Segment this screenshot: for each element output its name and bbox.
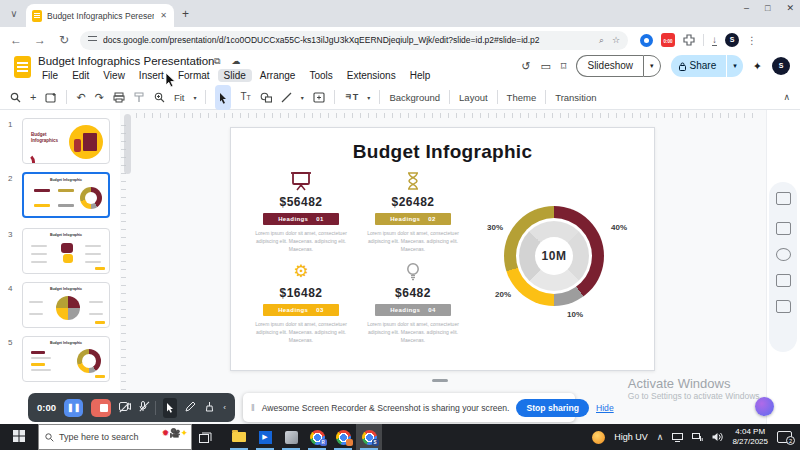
chrome-window-1-button[interactable]: R xyxy=(304,424,330,450)
back-icon[interactable]: ← xyxy=(8,33,24,47)
forward-icon[interactable]: → xyxy=(32,33,48,47)
menu-edit[interactable]: Edit xyxy=(66,69,95,82)
comment-icon[interactable]: ▭ xyxy=(540,60,550,73)
menu-format[interactable]: Format xyxy=(172,69,216,82)
weather-label[interactable]: High UV xyxy=(614,432,648,442)
minimize-icon[interactable]: – xyxy=(744,3,749,13)
info-item-4[interactable]: $6482 Headings04 Lorem ipsum dolor sit a… xyxy=(351,261,475,344)
screen-recorder-extension-icon[interactable]: 0:00 xyxy=(661,33,675,47)
paint-format-icon[interactable] xyxy=(134,85,145,110)
text-align-icon[interactable]: ᆿT xyxy=(344,85,359,110)
slide-thumbnail-2[interactable]: Budget Infographic xyxy=(22,172,110,218)
chrome-active-window-button[interactable]: S xyxy=(356,424,382,450)
select-tool-icon[interactable] xyxy=(215,85,231,110)
download-icon[interactable]: ↓ xyxy=(712,35,717,46)
close-icon[interactable]: ✕ xyxy=(786,3,794,13)
app-button[interactable] xyxy=(278,424,304,450)
menu-help[interactable]: Help xyxy=(404,69,437,82)
tray-expand-icon[interactable]: ∧ xyxy=(657,432,664,442)
print-icon[interactable] xyxy=(113,85,125,110)
menu-extensions[interactable]: Extensions xyxy=(341,69,402,82)
browser-avatar[interactable]: S xyxy=(725,33,739,47)
slide-thumbnail-1[interactable]: Budget Infographics xyxy=(22,118,110,164)
chrome-window-2-button[interactable] xyxy=(330,424,356,450)
background-button[interactable]: Background xyxy=(389,92,440,103)
tray-display-icon[interactable] xyxy=(672,433,683,442)
zoom-select[interactable]: Fit xyxy=(174,92,185,103)
recorder-floating-bubble[interactable] xyxy=(755,397,774,416)
share-button[interactable]: Share xyxy=(671,55,727,77)
shapes-icon[interactable] xyxy=(260,85,272,110)
weather-icon[interactable] xyxy=(592,431,605,444)
line-tool-icon[interactable] xyxy=(281,85,292,110)
menu-view[interactable]: View xyxy=(97,69,131,82)
meet-camera-icon[interactable]: ⌑ xyxy=(561,60,567,73)
zoom-plus-icon[interactable]: + xyxy=(30,85,36,110)
slide-title[interactable]: Budget Infographic xyxy=(231,141,654,163)
tasks-icon[interactable] xyxy=(776,248,791,261)
taskbar-clock[interactable]: 4:04 PM 8/27/2025 xyxy=(732,427,768,448)
movies-tv-button[interactable]: ▶ xyxy=(252,424,278,450)
align-dropdown-icon[interactable]: ▾ xyxy=(367,94,370,101)
more-menu-icon[interactable]: ⋮ xyxy=(747,35,757,46)
site-info-icon[interactable] xyxy=(88,36,97,44)
search-icon[interactable]: ⌕ xyxy=(599,35,604,46)
document-title[interactable]: Budget Infographics Peresentation xyxy=(38,55,214,67)
keep-icon[interactable] xyxy=(776,222,791,235)
extension-icon-blue[interactable] xyxy=(640,34,653,47)
stop-sharing-button[interactable]: Stop sharing xyxy=(516,399,589,417)
star-doc-icon[interactable]: ☆ xyxy=(195,56,203,67)
maximize-icon[interactable]: □ xyxy=(765,3,770,13)
info-item-2[interactable]: $26482 Headings02 Lorem ipsum dolor sit … xyxy=(351,170,475,253)
folder-icon[interactable] xyxy=(776,300,791,313)
slideshow-dropdown-icon[interactable]: ▾ xyxy=(643,55,661,77)
transition-button[interactable]: Transition xyxy=(555,92,596,103)
info-item-3[interactable]: ⚙ $16482 Headings03 Lorem ipsum dolor si… xyxy=(239,261,363,344)
brush-tool-icon[interactable] xyxy=(204,401,215,414)
toolbar-collapse-icon[interactable]: ∧ xyxy=(783,92,790,102)
slide-thumbnail-4[interactable]: Budget Infographic xyxy=(22,282,110,328)
new-tab-button[interactable]: + xyxy=(182,7,189,21)
redo-icon[interactable]: ↷ xyxy=(95,85,104,110)
account-avatar[interactable]: S xyxy=(772,57,790,75)
slide-thumbnail-3[interactable]: Budget Infographic xyxy=(22,228,110,274)
gemini-sparkle-icon[interactable]: ✦ xyxy=(753,60,762,73)
mic-off-icon[interactable] xyxy=(139,401,147,414)
slide-thumbnail-5[interactable]: Budget Infographic xyxy=(22,336,110,382)
cursor-tool-icon[interactable] xyxy=(163,398,177,418)
hide-link[interactable]: Hide xyxy=(596,403,614,413)
text-box-icon[interactable]: TT xyxy=(240,84,250,110)
tray-network-icon[interactable] xyxy=(692,433,703,442)
speaker-notes-handle[interactable] xyxy=(432,379,448,382)
tab-search-icon[interactable]: ∨ xyxy=(6,6,22,22)
slides-logo[interactable] xyxy=(14,56,31,78)
share-dropdown-icon[interactable]: ▾ xyxy=(727,55,743,77)
reload-icon[interactable]: ↻ xyxy=(56,33,72,47)
undo-icon[interactable]: ↶ xyxy=(76,85,85,110)
close-tab-icon[interactable]: ✕ xyxy=(159,10,168,21)
menu-arrange[interactable]: Arrange xyxy=(254,69,302,82)
donut-chart[interactable]: 10M xyxy=(504,206,604,306)
new-slide-icon[interactable] xyxy=(45,85,57,110)
file-explorer-button[interactable] xyxy=(226,424,252,450)
slide-canvas[interactable]: Budget Infographic $56482 Headings01 Lor… xyxy=(230,127,655,371)
contacts-icon[interactable] xyxy=(776,274,791,287)
calendar-icon[interactable] xyxy=(776,192,791,205)
tray-volume-icon[interactable] xyxy=(712,432,723,442)
bookmark-star-icon[interactable]: ☆ xyxy=(612,35,620,46)
toolbar-search-icon[interactable] xyxy=(10,85,21,110)
menu-tools[interactable]: Tools xyxy=(303,69,338,82)
pause-recording-button[interactable]: ❚❚ xyxy=(64,399,83,417)
start-button[interactable] xyxy=(0,430,38,444)
stop-recording-button[interactable] xyxy=(91,399,110,417)
task-view-button[interactable] xyxy=(192,424,218,450)
collapse-toolbar-icon[interactable]: ‹ xyxy=(223,403,226,412)
zoom-dropdown-icon[interactable]: ▾ xyxy=(193,94,196,101)
taskbar-search-input[interactable]: Type here to search ✹🎥✦ xyxy=(38,424,192,450)
notification-center-icon[interactable]: 2 xyxy=(777,431,792,443)
drag-handle-icon[interactable]: ‖ xyxy=(251,403,255,413)
zoom-in-icon[interactable] xyxy=(154,85,165,110)
pen-tool-icon[interactable] xyxy=(185,401,196,414)
extensions-puzzle-icon[interactable] xyxy=(683,34,695,46)
camera-off-icon[interactable] xyxy=(119,402,131,413)
